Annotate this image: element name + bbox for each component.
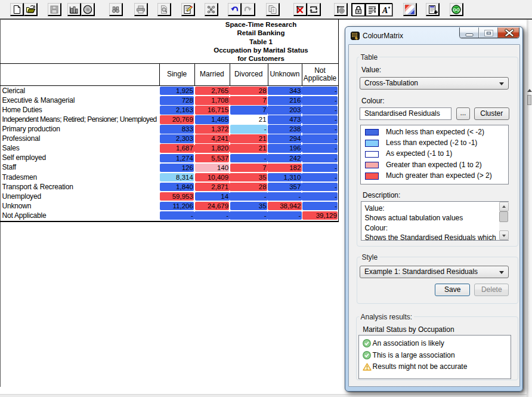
svg-text:A: A [382,6,388,15]
svg-text:GO: GO [453,7,460,13]
